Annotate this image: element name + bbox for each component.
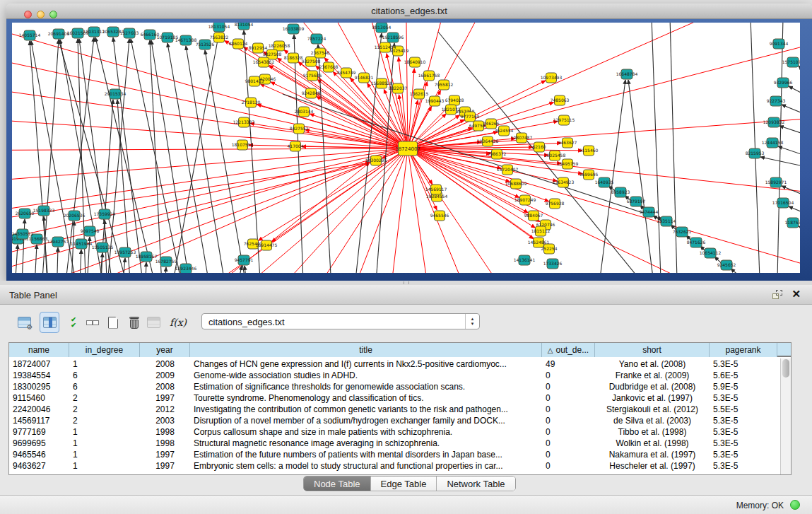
column-header-in_degree[interactable]: in_degree [69,343,140,357]
column-header-short[interactable]: short [595,343,710,357]
graph-node[interactable]: 2620650 [16,209,35,218]
graph-node[interactable]: 16495759 [557,159,579,169]
close-panel-icon[interactable]: ✕ [792,288,801,300]
graph-node[interactable]: 9465546 [430,211,449,221]
graph-node[interactable]: 12975115 [553,115,575,125]
graph-node[interactable]: 9756928 [546,199,565,209]
graph-node[interactable]: 9329966 [774,78,793,88]
graph-node[interactable]: 15198333 [33,206,55,216]
graph-node[interactable]: 10654112 [700,248,722,258]
graph-node[interactable]: 19218596 [382,33,404,42]
graph-node[interactable]: 14055714 [19,30,41,40]
graph-node[interactable]: 16961758 [418,71,440,81]
graph-node[interactable]: 9463627 [558,138,577,148]
graph-node[interactable]: 9474444 [640,207,659,217]
graph-node[interactable]: 12093832 [763,117,785,127]
table-row[interactable]: 946362711997Embryonic stem cells: a mode… [9,460,779,472]
graph-node[interactable]: 14671388 [175,35,197,45]
graph-node[interactable]: 16782759 [155,257,177,267]
graph-node[interactable]: 9115460 [579,146,599,156]
table-row[interactable]: 1456911722003Disruption of a novel membe… [9,415,779,426]
graph-node[interactable]: 18724007 [395,141,420,156]
graph-node[interactable]: 7513526 [196,40,215,49]
graph-node[interactable]: 118753 [785,218,800,228]
table-row[interactable]: 977716911998Corpus callosum shape and si… [9,426,779,438]
column-header-title[interactable]: title [190,343,542,357]
graph-node[interactable]: 7857224 [307,34,326,44]
graph-node[interactable]: 16033809 [283,24,305,34]
function-builder-icon[interactable]: f(x) [168,312,188,333]
network-canvas[interactable]: 1405571420691406160215091803131210653287… [12,23,800,273]
create-column-icon[interactable] [103,312,123,333]
graph-node[interactable]: 8813054 [372,23,392,33]
graph-node[interactable]: 15892971 [765,177,787,187]
graph-node[interactable]: 18640910 [404,57,426,67]
graph-node[interactable]: 12213383 [233,117,255,127]
graph-node[interactable]: 10025458 [544,151,566,160]
row-height-icon[interactable] [83,312,102,333]
graph-node[interactable]: 20364436 [477,136,499,146]
graph-node[interactable]: 1990443 [425,96,445,106]
table-selector-dropdown[interactable]: citations_edges.txt ▲▼ [201,313,480,329]
graph-node[interactable]: 17359924 [94,209,116,219]
dropdown-stepper-icon[interactable]: ▲▼ [465,314,479,329]
graph-node[interactable]: 12923446 [175,264,197,273]
column-header-pagerank[interactable]: pagerank [710,343,777,357]
graph-node[interactable]: 9175685 [303,71,322,81]
graph-node[interactable]: 9097548 [81,226,100,236]
table-row[interactable]: 946554611997Estimation of the future num… [9,449,779,460]
graph-node[interactable]: 8186328 [284,53,303,63]
table-row[interactable]: 969969511998Structural magnetic resonanc… [9,438,779,449]
tab-node-table[interactable]: Node Table [304,477,371,491]
scrollbar-thumb[interactable] [782,359,789,378]
graph-node[interactable]: 7563822 [210,33,229,42]
vertical-scrollbar[interactable] [780,358,791,474]
graph-node[interactable]: 9457791 [235,255,254,265]
graph-node[interactable]: 8131054 [235,23,254,30]
graph-node[interactable]: 62160 [532,142,546,152]
graph-node[interactable]: 1640935 [595,177,614,187]
tab-edge-table[interactable]: Edge Table [371,477,437,491]
graph-node[interactable]: 15720407 [497,165,519,175]
graph-node[interactable]: 18131054 [208,23,230,32]
graph-node[interactable]: 10958167 [136,252,158,262]
graph-node[interactable]: 417004 [288,141,304,151]
column-header-name[interactable]: name [9,343,69,357]
graph-node[interactable]: 16648784 [616,69,638,79]
table-row[interactable]: 911546021997Tourette syndrome. Phenomeno… [9,392,779,404]
graph-node[interactable]: 15751074 [782,57,800,67]
graph-node[interactable]: 7485063 [551,95,570,105]
graph-node[interactable]: 3624554 [495,126,514,136]
graph-node[interactable]: 9091344 [770,39,789,49]
delete-column-icon[interactable] [124,312,144,333]
graph-node[interactable]: 20206536 [64,211,86,221]
graph-node[interactable]: 9699695 [579,170,599,180]
table-settings-icon[interactable]: ⚙ [14,312,34,333]
graph-node[interactable]: 8454749 [337,68,356,78]
network-graph[interactable]: 1405571420691406160215091803131210653287… [12,23,800,273]
graph-node[interactable]: 10807487 [511,133,533,143]
graph-node[interactable]: 14136141 [514,255,536,265]
select-all-icon[interactable]: ✔✔ [64,312,83,333]
graph-node[interactable]: 1733426 [543,259,563,269]
graph-node[interactable]: 8958923 [611,187,630,197]
float-panel-icon[interactable] [772,290,782,299]
graph-node[interactable]: 17016504 [772,198,794,208]
column-selector-icon[interactable] [40,312,59,333]
tab-network-table[interactable]: Network Table [437,477,514,491]
graph-node[interactable]: 2718120 [242,98,261,107]
column-header-year[interactable]: year [140,343,190,357]
graph-node[interactable]: 18107554 [232,140,254,150]
table-row[interactable]: 1872400712008Changes of HCN gene express… [9,358,779,370]
graph-node[interactable]: 6794028 [445,95,464,105]
graph-node[interactable]: 2935114 [657,216,676,226]
graph-node[interactable]: 7955812 [435,80,454,90]
divider-grip-icon[interactable] [404,281,409,284]
table-row[interactable]: 1938455462009Genome-wide association stu… [9,370,779,381]
window-titlebar[interactable]: citations_edges.txt [6,4,812,19]
table-row[interactable]: 2242004622012Investigating the contribut… [9,404,779,415]
graph-node[interactable]: 10688609 [505,179,527,189]
column-header-out_degree[interactable]: △out_de... [542,343,595,357]
graph-node[interactable]: 2367608 [319,62,339,72]
table-row[interactable]: 1830029562008Estimation of significance … [9,381,779,392]
